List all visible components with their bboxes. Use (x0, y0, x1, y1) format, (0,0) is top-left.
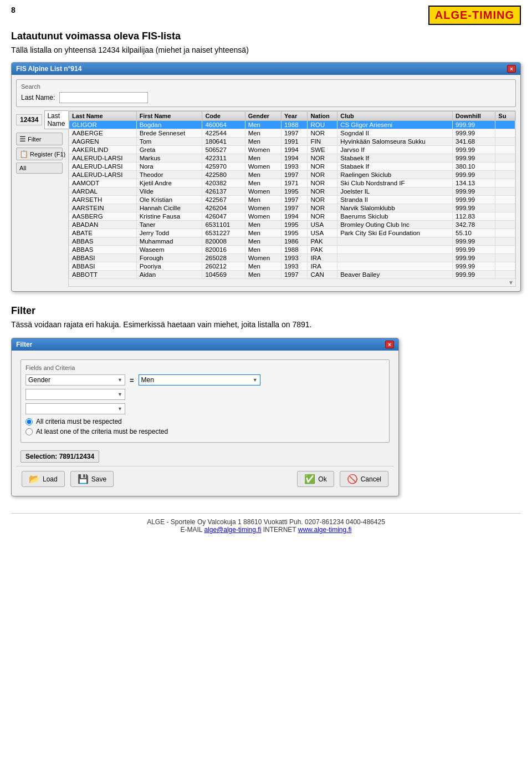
table-row[interactable]: ABBOTTAidan104569Men1997CANBeaver Bailey… (69, 271, 515, 279)
cell-10-6: Narvik Slalomklubb (337, 204, 453, 212)
radio-all-criteria[interactable] (25, 418, 33, 425)
cell-10-5: NOR (308, 204, 337, 212)
cell-17-3: Men (245, 262, 281, 271)
sidebar: 12434 Last Name ▼ ☰ Filter 📋 Register (F… (16, 110, 66, 287)
cell-16-5: IRA (308, 254, 337, 262)
cell-5-8 (495, 163, 515, 171)
cell-7-4: 1971 (281, 179, 308, 187)
table-row[interactable]: AARSETHOle Kristian422567Men1997NORStran… (69, 196, 515, 204)
table-row[interactable]: AARSTEINHannah Cicille426204Women1997NOR… (69, 204, 515, 212)
cell-4-7: 999.99 (453, 154, 495, 163)
cell-17-2: 260212 (202, 262, 245, 271)
load-icon: 📂 (29, 474, 40, 484)
footer-email-link[interactable]: alge@alge-timing.fi (204, 526, 261, 534)
load-btn-label: Load (43, 475, 58, 483)
save-button[interactable]: 💾 Save (70, 471, 114, 487)
table-row[interactable]: GLIGORBogdan460064Men1988ROUCS Gligor Ar… (69, 121, 515, 129)
table-row[interactable]: ABBASIForough265028Women1993IRA999.99 (69, 254, 515, 262)
cell-16-4: 1993 (281, 254, 308, 262)
field-select-3[interactable]: ▼ (25, 403, 125, 414)
section1-title: Latautunut voimassa oleva FIS-lista (11, 31, 521, 42)
table-header-row: Last Name First Name Code Gender Year Na… (69, 111, 515, 121)
table-row[interactable]: ABATEJerry Todd6531227Men1995USAPark Cit… (69, 229, 515, 237)
cell-15-6 (337, 246, 453, 254)
footer-left: 📂 Load 💾 Save (22, 471, 114, 487)
cell-15-8 (495, 246, 515, 254)
cell-6-0: AALERUD-LARSI (69, 171, 137, 179)
cell-8-0: AARDAL (69, 187, 137, 196)
cell-1-8 (495, 129, 515, 138)
scroll-indicator[interactable]: ▼ (69, 279, 515, 286)
table-row[interactable]: ABADANTaner6531101Men1995USABromley Outi… (69, 221, 515, 229)
table-row[interactable]: AARDALVilde426137Women1995NORJoelster IL… (69, 187, 515, 196)
cell-14-4: 1986 (281, 237, 308, 246)
cell-7-7: 134.13 (453, 179, 495, 187)
filter-row-3: ▼ (25, 403, 385, 414)
cell-8-5: NOR (308, 187, 337, 196)
field-select-1[interactable]: Gender ▼ (25, 374, 125, 386)
cell-17-6 (337, 262, 453, 271)
table-row[interactable]: AABERGEBrede Senneset422544Men1997NORSog… (69, 129, 515, 138)
cell-5-0: AALERUD-LARSI (69, 163, 137, 171)
filter-close-button[interactable]: × (385, 341, 394, 348)
table-row[interactable]: ABBASMuhammad820008Men1986PAK999.99 (69, 237, 515, 246)
cancel-button[interactable]: 🚫 Cancel (340, 471, 388, 487)
table-row[interactable]: AALERUD-LARSINora425970Women1993NORStaba… (69, 163, 515, 171)
cell-0-1: Bogdan (136, 121, 202, 129)
cell-11-0: AASBERG (69, 212, 137, 221)
value-select-1-label: Men (141, 376, 154, 384)
table-row[interactable]: AAGRENTom180641Men1991FINHyvinkään Salom… (69, 138, 515, 146)
cell-3-7: 999.99 (453, 146, 495, 154)
filter-eq-1: = (130, 376, 134, 384)
cell-2-2: 180641 (202, 138, 245, 146)
page-footer: ALGE - Sportele Oy Valcokuja 1 88610 Vuo… (11, 513, 521, 534)
cell-9-7: 999.99 (453, 196, 495, 204)
fields-legend: Fields and Criteria (25, 364, 385, 371)
footer-website-link[interactable]: www.alge-timing.fi (298, 526, 352, 534)
main-area: 12434 Last Name ▼ ☰ Filter 📋 Register (F… (16, 110, 516, 287)
value-select-1[interactable]: Men ▼ (139, 374, 260, 386)
cell-7-3: Men (245, 179, 281, 187)
col-downhill: Downhill (453, 111, 495, 121)
close-button[interactable]: × (507, 65, 516, 73)
table-row[interactable]: AAKERLINDGreta506527Women1994SWEJarvso I… (69, 146, 515, 154)
load-button[interactable]: 📂 Load (22, 471, 65, 487)
cell-0-5: ROU (308, 121, 337, 129)
cell-11-3: Women (245, 212, 281, 221)
all-button[interactable]: All (16, 163, 63, 174)
table-row[interactable]: AALERUD-LARSIMarkus422311Men1994NORStaba… (69, 154, 515, 163)
table-row[interactable]: AALERUD-LARSITheodor422580Men1997NORRael… (69, 171, 515, 179)
cell-9-4: 1997 (281, 196, 308, 204)
filter-win-controls: × (385, 341, 394, 348)
cell-1-0: AABERGE (69, 129, 137, 138)
field-select-2[interactable]: ▼ (25, 389, 125, 400)
radio-all-criteria-label: All criteria must be respected (36, 418, 122, 425)
table-row[interactable]: ABBASIPooriya260212Men1993IRA999.99 (69, 262, 515, 271)
cell-3-3: Women (245, 146, 281, 154)
filter-section-title: Filter (11, 305, 521, 317)
cell-5-5: NOR (308, 163, 337, 171)
register-button[interactable]: 📋 Register (F1) (16, 148, 63, 160)
cell-12-8 (495, 221, 515, 229)
table-row[interactable]: AASBERGKristine Fausa426047Women1994NORB… (69, 212, 515, 221)
cell-18-1: Aidan (136, 271, 202, 279)
filter-section-desc: Tässä voidaan rajata eri hakuja. Esimerk… (11, 320, 521, 329)
cell-8-2: 426137 (202, 187, 245, 196)
cell-3-0: AAKERLIND (69, 146, 137, 154)
filter-button[interactable]: ☰ Filter (16, 133, 63, 145)
cell-0-7: 999.99 (453, 121, 495, 129)
footer-line1: ALGE - Sportele Oy Valcokuja 1 88610 Vuo… (11, 518, 521, 526)
field-dropdown-arrow-2: ▼ (117, 392, 122, 397)
filter-dialog-title: Filter (16, 341, 32, 348)
table-row[interactable]: ABBASWaseem820016Men1988PAK999.99 (69, 246, 515, 254)
cell-18-5: CAN (308, 271, 337, 279)
radio-at-least-one[interactable] (25, 428, 33, 435)
search-label: Search (21, 83, 511, 90)
cell-6-1: Theodor (136, 171, 202, 179)
cell-5-3: Women (245, 163, 281, 171)
table-row[interactable]: AAMODTKjetil Andre420382Men1971NORSki Cl… (69, 179, 515, 187)
cell-15-3: Men (245, 246, 281, 254)
ok-button[interactable]: ✅ Ok (297, 471, 334, 487)
cell-15-5: PAK (308, 246, 337, 254)
last-name-input[interactable] (59, 92, 148, 103)
